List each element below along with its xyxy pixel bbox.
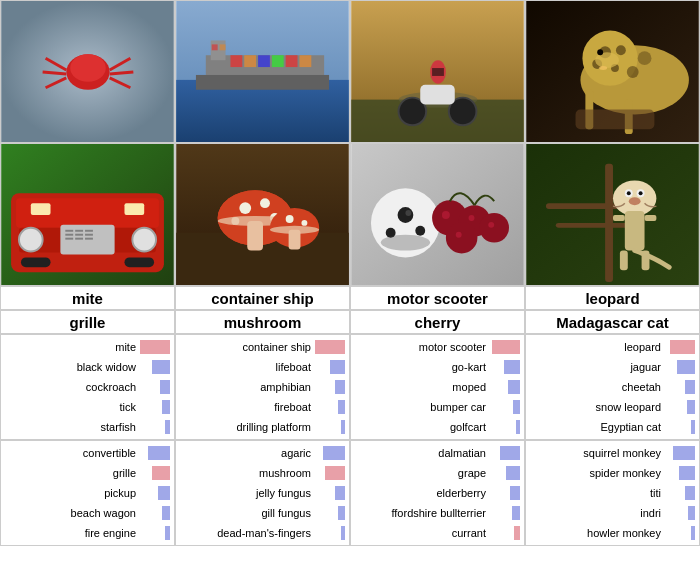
- predictions-mite: miteblack widowcockroachtickstarfish: [0, 334, 175, 440]
- svg-rect-27: [420, 85, 455, 105]
- prediction-label: dalmatian: [355, 447, 488, 459]
- prediction-label: titi: [530, 487, 663, 499]
- prediction-bar: [673, 446, 695, 460]
- svg-point-34: [616, 45, 626, 55]
- prediction-bar: [315, 340, 345, 354]
- prediction-bar: [341, 420, 345, 434]
- prediction-label: cockroach: [5, 381, 138, 393]
- prediction-bar-container: [663, 340, 695, 354]
- prediction-label: agaric: [180, 447, 313, 459]
- svg-point-78: [301, 220, 307, 226]
- prediction-bar: [140, 340, 170, 354]
- prediction-row: grille: [1, 463, 174, 483]
- prediction-bar: [679, 466, 695, 480]
- prediction-bar: [508, 380, 520, 394]
- svg-point-62: [19, 228, 43, 252]
- prediction-bar: [158, 486, 170, 500]
- prediction-label: grape: [355, 467, 488, 479]
- prediction-bar: [516, 420, 520, 434]
- prediction-bar-container: [138, 526, 170, 540]
- prediction-label: gill fungus: [180, 507, 313, 519]
- prediction-label: indri: [530, 507, 663, 519]
- prediction-bar: [335, 380, 345, 394]
- prediction-bar: [514, 526, 520, 540]
- prediction-bar-container: [488, 340, 520, 354]
- svg-point-105: [629, 197, 641, 205]
- svg-point-86: [415, 226, 425, 236]
- prediction-label: currant: [355, 527, 488, 539]
- prediction-row: elderberry: [351, 483, 524, 503]
- prediction-label: tick: [5, 401, 138, 413]
- prediction-bar: [162, 400, 170, 414]
- prediction-row: starfish: [1, 417, 174, 437]
- prediction-label: starfish: [5, 421, 138, 433]
- svg-point-89: [442, 211, 450, 219]
- prediction-label: elderberry: [355, 487, 488, 499]
- prediction-bar-container: [313, 420, 345, 434]
- prediction-label: beach wagon: [5, 507, 138, 519]
- svg-rect-99: [556, 223, 635, 228]
- prediction-bar: [691, 420, 695, 434]
- prediction-row: bumper car: [351, 397, 524, 417]
- prediction-row: leopard: [526, 337, 699, 357]
- svg-rect-109: [620, 250, 628, 270]
- prediction-label: go-kart: [355, 361, 488, 373]
- prediction-bar: [330, 360, 345, 374]
- prediction-row: amphibian: [176, 377, 349, 397]
- prediction-bar-container: [313, 360, 345, 374]
- svg-rect-75: [247, 221, 263, 251]
- prediction-bar-container: [488, 506, 520, 520]
- prediction-bar: [335, 486, 345, 500]
- label-leopard: leopard: [525, 286, 700, 310]
- prediction-bar-container: [138, 466, 170, 480]
- prediction-bar-container: [663, 526, 695, 540]
- prediction-row: beach wagon: [1, 503, 174, 523]
- prediction-bar-container: [663, 380, 695, 394]
- prediction-bar: [670, 340, 695, 354]
- prediction-label: drilling platform: [180, 421, 313, 433]
- prediction-label: container ship: [180, 341, 313, 353]
- svg-point-94: [479, 213, 509, 243]
- svg-rect-49: [124, 257, 154, 267]
- prediction-label: bumper car: [355, 401, 488, 413]
- prediction-bar: [323, 446, 345, 460]
- svg-point-104: [639, 191, 643, 195]
- svg-rect-12: [196, 75, 329, 90]
- prediction-bar-container: [313, 506, 345, 520]
- prediction-bar-container: [313, 446, 345, 460]
- prediction-bar-container: [138, 340, 170, 354]
- svg-line-7: [110, 72, 134, 74]
- image-leopard: [525, 0, 700, 143]
- svg-point-83: [398, 207, 414, 223]
- prediction-bar: [688, 506, 695, 520]
- predictions-container-ship: container shiplifeboatamphibianfireboatd…: [175, 334, 350, 440]
- prediction-row: fireboat: [176, 397, 349, 417]
- svg-rect-57: [75, 234, 83, 236]
- svg-rect-55: [65, 238, 73, 240]
- prediction-row: cockroach: [1, 377, 174, 397]
- prediction-bar-container: [313, 400, 345, 414]
- prediction-row: fire engine: [1, 523, 174, 543]
- prediction-bar: [338, 506, 345, 520]
- prediction-bar: [512, 506, 520, 520]
- prediction-label: snow leopard: [530, 401, 663, 413]
- prediction-row: black widow: [1, 357, 174, 377]
- svg-rect-17: [244, 55, 256, 67]
- image-mushroom: [175, 143, 350, 286]
- prediction-bar: [160, 380, 170, 394]
- predictions-motor-scooter: motor scootergo-kartmopedbumper cargolfc…: [350, 334, 525, 440]
- prediction-row: spider monkey: [526, 463, 699, 483]
- prediction-bar-container: [138, 380, 170, 394]
- prediction-row: lifeboat: [176, 357, 349, 377]
- prediction-row: mite: [1, 337, 174, 357]
- prediction-bar: [325, 466, 345, 480]
- svg-rect-110: [642, 250, 650, 270]
- svg-point-92: [446, 222, 478, 254]
- prediction-bar: [152, 466, 170, 480]
- svg-point-2: [70, 54, 105, 82]
- svg-point-70: [239, 202, 251, 214]
- image-mite: [0, 0, 175, 143]
- prediction-label: spider monkey: [530, 467, 663, 479]
- prediction-bar-container: [663, 360, 695, 374]
- prediction-bar-container: [313, 526, 345, 540]
